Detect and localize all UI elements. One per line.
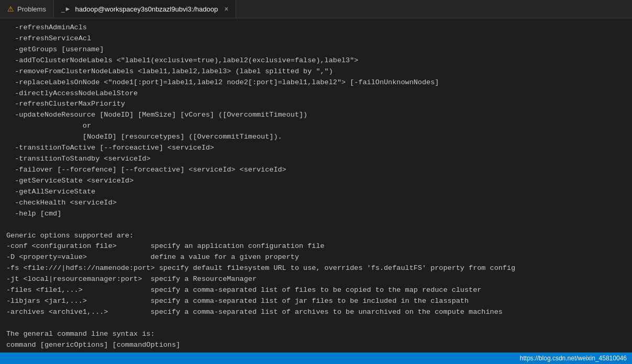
status-url: https://blog.csdn.net/weixin_45810046 [520,355,627,362]
window: ⚠ Problems _► hadoop@workspacey3s0nbzazl… [0,0,632,364]
warning-icon: ⚠ [7,5,14,13]
tab-bar: ⚠ Problems _► hadoop@workspacey3s0nbzazl… [0,0,632,18]
terminal-icon: _► [61,5,71,13]
close-icon[interactable]: × [224,5,228,13]
terminal-body: -refreshAdminAcls -refreshServiceAcl -ge… [0,18,632,352]
terminal-label: hadoop@workspacey3s0nbzazl9ubvi3:/hadoop [75,5,218,13]
problems-label: Problems [17,5,46,13]
tab-problems[interactable]: ⚠ Problems [0,0,54,18]
status-bar: https://blog.csdn.net/weixin_45810046 [0,352,632,364]
tab-terminal[interactable]: _► hadoop@workspacey3s0nbzazl9ubvi3:/had… [54,0,236,18]
